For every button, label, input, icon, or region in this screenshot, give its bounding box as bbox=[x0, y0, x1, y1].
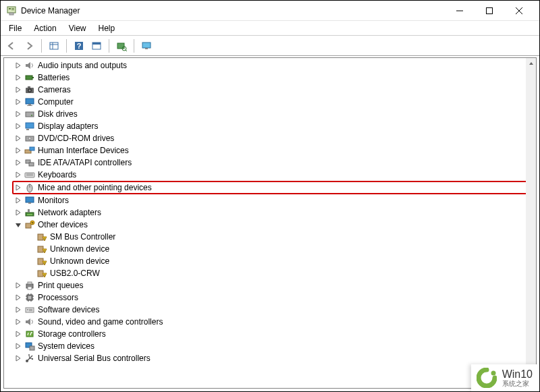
tree-item-hid[interactable]: Human Interface Devices bbox=[14, 144, 536, 157]
storage-icon bbox=[24, 329, 35, 339]
tree-item-network[interactable]: Network adapters bbox=[14, 206, 536, 219]
unknown-device-icon: ! bbox=[36, 268, 47, 279]
svg-rect-1 bbox=[9, 8, 11, 9]
tree-child-smbus[interactable]: ! SM Bus Controller bbox=[36, 231, 536, 243]
tree-item-processors[interactable]: Processors bbox=[14, 291, 536, 304]
tree-item-cameras[interactable]: Cameras bbox=[14, 84, 536, 96]
expand-icon[interactable] bbox=[14, 61, 23, 70]
other-icon: ? bbox=[24, 219, 35, 230]
tree-label: Universal Serial Bus controllers bbox=[38, 352, 151, 364]
tree-label: Disk drives bbox=[38, 108, 78, 120]
show-hide-tree-button[interactable] bbox=[46, 38, 62, 54]
tree-item-audio[interactable]: Audio inputs and outputs bbox=[14, 59, 536, 72]
svg-rect-37 bbox=[30, 147, 34, 150]
tree-item-software[interactable]: Software devices bbox=[14, 304, 536, 316]
expand-icon[interactable] bbox=[14, 329, 23, 339]
properties-button[interactable] bbox=[88, 38, 105, 54]
expand-icon[interactable] bbox=[14, 85, 23, 94]
tree-item-batteries[interactable]: Batteries bbox=[14, 72, 536, 84]
vertical-scrollbar[interactable] bbox=[526, 58, 536, 388]
tree-label: Human Interface Devices bbox=[38, 144, 129, 157]
tree-item-monitors[interactable]: Monitors bbox=[14, 194, 536, 206]
expand-icon[interactable] bbox=[14, 341, 23, 351]
svg-rect-85 bbox=[32, 358, 33, 360]
tree-item-ide[interactable]: IDE ATA/ATAPI controllers bbox=[14, 157, 536, 169]
tree-item-other[interactable]: ? Other devices bbox=[14, 219, 536, 231]
cpu-icon bbox=[24, 292, 35, 303]
menu-view[interactable]: View bbox=[63, 22, 92, 34]
toolbar-separator bbox=[41, 39, 42, 53]
tree-item-usb[interactable]: Universal Serial Bus controllers bbox=[14, 352, 536, 364]
tree-item-display-adapters[interactable]: Display adapters bbox=[14, 120, 536, 132]
tree-item-storage[interactable]: Storage controllers bbox=[14, 328, 536, 340]
tree-item-system[interactable]: System devices bbox=[14, 340, 536, 352]
expand-icon[interactable] bbox=[14, 73, 23, 82]
svg-rect-6 bbox=[487, 7, 493, 13]
expand-icon[interactable] bbox=[14, 134, 23, 143]
svg-line-18 bbox=[126, 50, 127, 51]
expand-icon[interactable] bbox=[14, 208, 23, 217]
system-icon bbox=[24, 341, 35, 352]
expand-icon[interactable] bbox=[14, 281, 23, 290]
svg-rect-48 bbox=[28, 209, 30, 213]
unknown-device-icon: ! bbox=[36, 256, 47, 267]
tree-label: Display adapters bbox=[38, 120, 98, 132]
tree-label: Network adapters bbox=[38, 206, 101, 219]
dvd-icon bbox=[24, 133, 35, 144]
back-button[interactable] bbox=[3, 38, 20, 54]
expand-icon[interactable] bbox=[14, 183, 23, 192]
expand-icon[interactable] bbox=[14, 97, 23, 107]
svg-point-79 bbox=[31, 332, 32, 333]
svg-rect-29 bbox=[27, 105, 32, 106]
expand-icon[interactable] bbox=[14, 146, 23, 155]
tree-child-usb2crw[interactable]: ! USB2.0-CRW bbox=[36, 267, 536, 279]
expand-icon[interactable] bbox=[14, 293, 23, 302]
scroll-up-button[interactable] bbox=[526, 58, 536, 69]
tree-label: Unknown device bbox=[50, 243, 109, 255]
svg-rect-16 bbox=[117, 43, 124, 49]
tree-item-dvd[interactable]: DVD/CD-ROM drives bbox=[14, 132, 536, 144]
minimize-button[interactable] bbox=[445, 1, 475, 20]
expand-icon[interactable] bbox=[14, 354, 23, 363]
monitor-button[interactable] bbox=[138, 38, 155, 54]
maximize-button[interactable] bbox=[475, 1, 504, 20]
svg-rect-20 bbox=[145, 48, 148, 49]
expand-icon[interactable] bbox=[14, 196, 23, 205]
expand-icon[interactable] bbox=[14, 305, 23, 314]
help-button[interactable]: ? bbox=[71, 38, 87, 54]
collapse-icon[interactable] bbox=[14, 220, 23, 229]
expand-icon[interactable] bbox=[14, 158, 23, 167]
toolbar: ? bbox=[1, 36, 539, 56]
tree-item-sound[interactable]: Sound, video and game controllers bbox=[14, 316, 536, 328]
tree-item-computer[interactable]: Computer bbox=[14, 96, 536, 108]
scroll-track[interactable] bbox=[526, 69, 536, 377]
svg-rect-21 bbox=[26, 76, 32, 80]
expand-icon[interactable] bbox=[14, 170, 23, 179]
menu-help[interactable]: Help bbox=[93, 22, 121, 34]
tree-item-keyboards[interactable]: Keyboards bbox=[14, 169, 536, 181]
svg-rect-3 bbox=[11, 9, 14, 10]
tree-label: Storage controllers bbox=[38, 328, 106, 340]
expand-icon[interactable] bbox=[14, 317, 23, 327]
close-button[interactable] bbox=[504, 1, 534, 20]
tree-item-print[interactable]: Print queues bbox=[14, 279, 536, 291]
expand-icon[interactable] bbox=[14, 109, 23, 119]
menu-file[interactable]: File bbox=[3, 22, 27, 34]
svg-rect-46 bbox=[28, 202, 31, 204]
svg-rect-74 bbox=[26, 308, 34, 312]
svg-point-75 bbox=[27, 309, 28, 310]
tree-item-disk-drives[interactable]: Disk drives bbox=[14, 108, 536, 120]
tree-label: SM Bus Controller bbox=[50, 231, 115, 243]
device-tree[interactable]: Audio inputs and outputs Batteries Camer… bbox=[4, 58, 536, 366]
svg-point-87 bbox=[28, 354, 30, 356]
camera-icon bbox=[24, 84, 35, 95]
scan-hardware-button[interactable] bbox=[113, 38, 130, 54]
menu-action[interactable]: Action bbox=[28, 22, 61, 34]
tree-child-unknown1[interactable]: ! Unknown device bbox=[36, 243, 536, 255]
tree-child-unknown2[interactable]: ! Unknown device bbox=[36, 255, 536, 267]
expand-icon[interactable] bbox=[14, 121, 23, 131]
tree-item-mice[interactable]: Mice and other pointing devices bbox=[12, 181, 536, 194]
monitor-icon bbox=[24, 195, 35, 206]
svg-point-88 bbox=[491, 371, 495, 376]
forward-button[interactable] bbox=[21, 38, 37, 54]
